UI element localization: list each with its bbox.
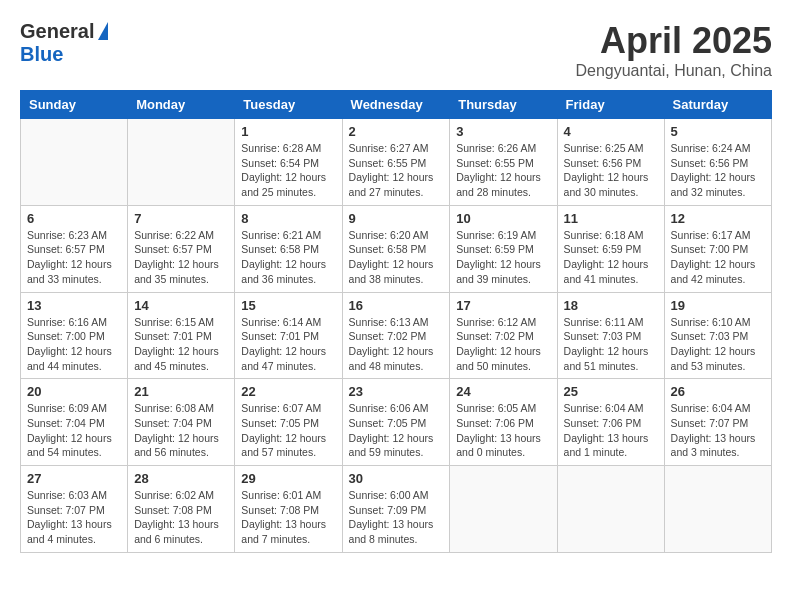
calendar-cell: 5Sunrise: 6:24 AM Sunset: 6:56 PM Daylig… (664, 119, 771, 206)
day-number: 19 (671, 298, 765, 313)
calendar-cell (664, 466, 771, 553)
calendar-cell: 10Sunrise: 6:19 AM Sunset: 6:59 PM Dayli… (450, 205, 557, 292)
calendar-table: SundayMondayTuesdayWednesdayThursdayFrid… (20, 90, 772, 553)
day-info: Sunrise: 6:23 AM Sunset: 6:57 PM Dayligh… (27, 228, 121, 287)
weekday-header-monday: Monday (128, 91, 235, 119)
calendar-cell: 12Sunrise: 6:17 AM Sunset: 7:00 PM Dayli… (664, 205, 771, 292)
day-info: Sunrise: 6:16 AM Sunset: 7:00 PM Dayligh… (27, 315, 121, 374)
logo-general: General (20, 20, 94, 43)
weekday-header-friday: Friday (557, 91, 664, 119)
weekday-header-saturday: Saturday (664, 91, 771, 119)
day-info: Sunrise: 6:06 AM Sunset: 7:05 PM Dayligh… (349, 401, 444, 460)
day-info: Sunrise: 6:21 AM Sunset: 6:58 PM Dayligh… (241, 228, 335, 287)
day-number: 4 (564, 124, 658, 139)
calendar-cell: 24Sunrise: 6:05 AM Sunset: 7:06 PM Dayli… (450, 379, 557, 466)
weekday-header-row: SundayMondayTuesdayWednesdayThursdayFrid… (21, 91, 772, 119)
day-number: 22 (241, 384, 335, 399)
day-info: Sunrise: 6:13 AM Sunset: 7:02 PM Dayligh… (349, 315, 444, 374)
day-info: Sunrise: 6:05 AM Sunset: 7:06 PM Dayligh… (456, 401, 550, 460)
day-info: Sunrise: 6:02 AM Sunset: 7:08 PM Dayligh… (134, 488, 228, 547)
day-number: 2 (349, 124, 444, 139)
calendar-cell: 4Sunrise: 6:25 AM Sunset: 6:56 PM Daylig… (557, 119, 664, 206)
day-number: 30 (349, 471, 444, 486)
calendar-cell: 15Sunrise: 6:14 AM Sunset: 7:01 PM Dayli… (235, 292, 342, 379)
day-info: Sunrise: 6:22 AM Sunset: 6:57 PM Dayligh… (134, 228, 228, 287)
calendar-cell (21, 119, 128, 206)
day-info: Sunrise: 6:27 AM Sunset: 6:55 PM Dayligh… (349, 141, 444, 200)
day-number: 1 (241, 124, 335, 139)
calendar-cell: 23Sunrise: 6:06 AM Sunset: 7:05 PM Dayli… (342, 379, 450, 466)
weekday-header-tuesday: Tuesday (235, 91, 342, 119)
day-number: 8 (241, 211, 335, 226)
day-number: 13 (27, 298, 121, 313)
logo-blue: Blue (20, 43, 63, 66)
calendar-cell (557, 466, 664, 553)
calendar-cell: 29Sunrise: 6:01 AM Sunset: 7:08 PM Dayli… (235, 466, 342, 553)
day-info: Sunrise: 6:17 AM Sunset: 7:00 PM Dayligh… (671, 228, 765, 287)
day-info: Sunrise: 6:11 AM Sunset: 7:03 PM Dayligh… (564, 315, 658, 374)
week-row-2: 6Sunrise: 6:23 AM Sunset: 6:57 PM Daylig… (21, 205, 772, 292)
day-info: Sunrise: 6:04 AM Sunset: 7:06 PM Dayligh… (564, 401, 658, 460)
day-info: Sunrise: 6:04 AM Sunset: 7:07 PM Dayligh… (671, 401, 765, 460)
calendar-cell: 9Sunrise: 6:20 AM Sunset: 6:58 PM Daylig… (342, 205, 450, 292)
day-info: Sunrise: 6:15 AM Sunset: 7:01 PM Dayligh… (134, 315, 228, 374)
calendar-cell: 20Sunrise: 6:09 AM Sunset: 7:04 PM Dayli… (21, 379, 128, 466)
day-info: Sunrise: 6:14 AM Sunset: 7:01 PM Dayligh… (241, 315, 335, 374)
day-number: 7 (134, 211, 228, 226)
day-number: 12 (671, 211, 765, 226)
day-info: Sunrise: 6:24 AM Sunset: 6:56 PM Dayligh… (671, 141, 765, 200)
day-info: Sunrise: 6:07 AM Sunset: 7:05 PM Dayligh… (241, 401, 335, 460)
month-title: April 2025 (575, 20, 772, 62)
day-number: 9 (349, 211, 444, 226)
day-number: 14 (134, 298, 228, 313)
calendar-cell: 16Sunrise: 6:13 AM Sunset: 7:02 PM Dayli… (342, 292, 450, 379)
day-number: 5 (671, 124, 765, 139)
calendar-cell: 2Sunrise: 6:27 AM Sunset: 6:55 PM Daylig… (342, 119, 450, 206)
day-info: Sunrise: 6:08 AM Sunset: 7:04 PM Dayligh… (134, 401, 228, 460)
calendar-cell (450, 466, 557, 553)
logo: General Blue (20, 20, 108, 66)
calendar-cell: 26Sunrise: 6:04 AM Sunset: 7:07 PM Dayli… (664, 379, 771, 466)
calendar-cell: 3Sunrise: 6:26 AM Sunset: 6:55 PM Daylig… (450, 119, 557, 206)
day-info: Sunrise: 6:10 AM Sunset: 7:03 PM Dayligh… (671, 315, 765, 374)
week-row-4: 20Sunrise: 6:09 AM Sunset: 7:04 PM Dayli… (21, 379, 772, 466)
calendar-cell: 14Sunrise: 6:15 AM Sunset: 7:01 PM Dayli… (128, 292, 235, 379)
weekday-header-sunday: Sunday (21, 91, 128, 119)
calendar-cell: 11Sunrise: 6:18 AM Sunset: 6:59 PM Dayli… (557, 205, 664, 292)
calendar-cell: 28Sunrise: 6:02 AM Sunset: 7:08 PM Dayli… (128, 466, 235, 553)
calendar-cell: 13Sunrise: 6:16 AM Sunset: 7:00 PM Dayli… (21, 292, 128, 379)
title-section: April 2025 Dengyuantai, Hunan, China (575, 20, 772, 80)
day-info: Sunrise: 6:01 AM Sunset: 7:08 PM Dayligh… (241, 488, 335, 547)
day-info: Sunrise: 6:19 AM Sunset: 6:59 PM Dayligh… (456, 228, 550, 287)
calendar-cell: 27Sunrise: 6:03 AM Sunset: 7:07 PM Dayli… (21, 466, 128, 553)
calendar-cell: 18Sunrise: 6:11 AM Sunset: 7:03 PM Dayli… (557, 292, 664, 379)
day-number: 21 (134, 384, 228, 399)
calendar-cell (128, 119, 235, 206)
day-number: 16 (349, 298, 444, 313)
week-row-1: 1Sunrise: 6:28 AM Sunset: 6:54 PM Daylig… (21, 119, 772, 206)
weekday-header-thursday: Thursday (450, 91, 557, 119)
day-info: Sunrise: 6:20 AM Sunset: 6:58 PM Dayligh… (349, 228, 444, 287)
calendar-cell: 30Sunrise: 6:00 AM Sunset: 7:09 PM Dayli… (342, 466, 450, 553)
day-number: 29 (241, 471, 335, 486)
day-number: 11 (564, 211, 658, 226)
calendar-cell: 21Sunrise: 6:08 AM Sunset: 7:04 PM Dayli… (128, 379, 235, 466)
logo-triangle-icon (98, 22, 108, 40)
week-row-5: 27Sunrise: 6:03 AM Sunset: 7:07 PM Dayli… (21, 466, 772, 553)
day-number: 26 (671, 384, 765, 399)
day-info: Sunrise: 6:03 AM Sunset: 7:07 PM Dayligh… (27, 488, 121, 547)
day-number: 28 (134, 471, 228, 486)
calendar-cell: 22Sunrise: 6:07 AM Sunset: 7:05 PM Dayli… (235, 379, 342, 466)
calendar-cell: 17Sunrise: 6:12 AM Sunset: 7:02 PM Dayli… (450, 292, 557, 379)
weekday-header-wednesday: Wednesday (342, 91, 450, 119)
day-number: 18 (564, 298, 658, 313)
day-number: 27 (27, 471, 121, 486)
day-number: 15 (241, 298, 335, 313)
day-number: 6 (27, 211, 121, 226)
week-row-3: 13Sunrise: 6:16 AM Sunset: 7:00 PM Dayli… (21, 292, 772, 379)
day-number: 3 (456, 124, 550, 139)
day-info: Sunrise: 6:18 AM Sunset: 6:59 PM Dayligh… (564, 228, 658, 287)
day-number: 20 (27, 384, 121, 399)
day-info: Sunrise: 6:09 AM Sunset: 7:04 PM Dayligh… (27, 401, 121, 460)
day-number: 10 (456, 211, 550, 226)
